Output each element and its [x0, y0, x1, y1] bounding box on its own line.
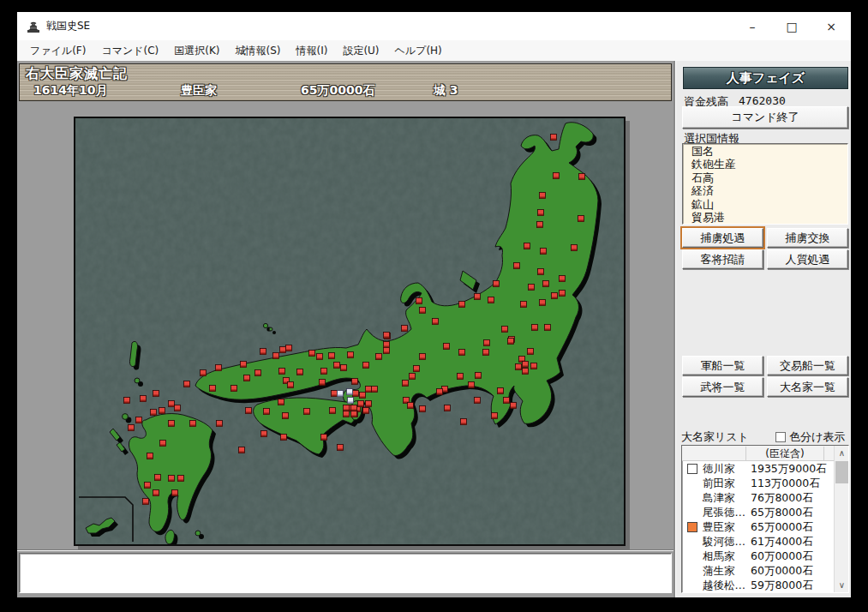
castle-marker[interactable]	[523, 362, 529, 368]
scroll-up-icon[interactable]: ∧	[835, 446, 849, 460]
castle-marker[interactable]	[529, 285, 535, 291]
castle-marker[interactable]	[459, 350, 465, 356]
castle-marker[interactable]	[124, 398, 130, 404]
close-button[interactable]: ×	[811, 12, 851, 40]
castle-marker[interactable]	[363, 363, 369, 369]
castle-marker[interactable]	[264, 409, 270, 415]
castle-marker[interactable]	[402, 326, 408, 332]
castle-marker[interactable]	[141, 396, 147, 402]
castle-marker[interactable]	[273, 353, 279, 359]
castle-marker[interactable]	[175, 405, 181, 411]
castle-marker[interactable]	[147, 453, 153, 459]
daimyo-row[interactable]: 蒲生家60万0000石	[682, 564, 834, 579]
castle-marker[interactable]	[261, 431, 267, 437]
castle-marker[interactable]	[420, 406, 426, 412]
warship-list-button[interactable]: 軍船一覧	[682, 356, 763, 375]
castle-marker[interactable]	[239, 447, 245, 453]
castle-marker[interactable]	[494, 281, 500, 287]
daimyo-row[interactable]: 尾張徳…65万8000石	[682, 506, 834, 520]
castle-marker[interactable]	[344, 405, 350, 411]
castle-marker[interactable]	[169, 401, 175, 407]
castle-marker[interactable]	[366, 401, 372, 407]
castle-marker[interactable]	[537, 222, 543, 228]
daimyo-list-scrollbar[interactable]: ∧ ∨	[834, 446, 848, 592]
castle-marker[interactable]	[461, 419, 467, 425]
castle-marker[interactable]	[341, 365, 347, 371]
castle-marker[interactable]	[420, 354, 426, 360]
castle-marker[interactable]	[216, 365, 222, 371]
castle-marker[interactable]	[384, 333, 390, 339]
castle-marker[interactable]	[320, 380, 326, 386]
japan-map[interactable]	[74, 117, 626, 546]
castle-marker[interactable]	[332, 391, 338, 397]
castle-marker[interactable]	[560, 276, 566, 282]
castle-marker[interactable]	[552, 293, 558, 299]
castle-marker[interactable]	[169, 476, 175, 482]
castle-marker[interactable]	[210, 386, 216, 392]
castle-marker[interactable]	[244, 375, 250, 381]
castle-marker[interactable]	[531, 363, 537, 369]
maximize-button[interactable]: □	[772, 12, 811, 40]
daimyo-row[interactable]: 豊臣家65万0000石	[682, 520, 834, 535]
castle-marker[interactable]	[538, 210, 544, 216]
castle-marker[interactable]	[554, 173, 560, 179]
castle-marker[interactable]	[445, 405, 451, 411]
castle-marker[interactable]	[231, 386, 237, 392]
daimyo-list[interactable]: (臣従含) 徳川家1935万9000石前田家113万0000石島津家76万800…	[681, 445, 849, 593]
castle-marker[interactable]	[304, 409, 310, 415]
castle-marker[interactable]	[492, 413, 498, 419]
player-castle-marker[interactable]	[347, 389, 353, 395]
castle-marker[interactable]	[403, 381, 409, 387]
castle-marker[interactable]	[540, 300, 546, 306]
menu-settings[interactable]: 設定(U)	[335, 41, 386, 61]
castle-marker[interactable]	[217, 421, 223, 427]
castle-marker[interactable]	[344, 411, 350, 417]
castle-marker[interactable]	[297, 369, 303, 375]
castle-marker[interactable]	[514, 263, 520, 269]
castle-marker[interactable]	[475, 398, 481, 404]
castle-marker[interactable]	[159, 408, 165, 414]
castle-marker[interactable]	[329, 353, 335, 359]
end-command-button[interactable]: コマンド終了	[682, 106, 848, 129]
castle-marker[interactable]	[572, 245, 578, 251]
castle-marker[interactable]	[353, 391, 359, 397]
castle-marker[interactable]	[363, 408, 369, 414]
castle-marker[interactable]	[410, 374, 416, 380]
castle-marker[interactable]	[484, 340, 490, 346]
castle-marker[interactable]	[348, 352, 354, 358]
castle-marker[interactable]	[545, 325, 551, 331]
castle-marker[interactable]	[255, 370, 261, 376]
castle-marker[interactable]	[288, 382, 294, 388]
castle-marker[interactable]	[143, 499, 149, 505]
general-list-button[interactable]: 武将一覧	[682, 377, 763, 397]
castle-marker[interactable]	[578, 216, 584, 222]
castle-marker[interactable]	[458, 374, 464, 380]
castle-marker[interactable]	[476, 373, 482, 379]
daimyo-row[interactable]: 島津家76万8000石	[682, 491, 834, 506]
castle-marker[interactable]	[475, 294, 481, 300]
menu-help[interactable]: ヘルプ(H)	[387, 41, 450, 61]
menu-file[interactable]: ファイル(F)	[22, 41, 93, 61]
prisoner-treatment-button[interactable]: 捕虜処遇	[682, 228, 763, 248]
castle-marker[interactable]	[502, 327, 508, 333]
castle-marker[interactable]	[360, 393, 366, 399]
menu-country-select[interactable]: 国選択(K)	[166, 41, 227, 61]
castle-marker[interactable]	[551, 135, 557, 141]
daimyo-overview-button[interactable]: 大名家一覧	[767, 377, 848, 397]
menu-info[interactable]: 情報(I)	[288, 41, 335, 61]
castle-marker[interactable]	[543, 281, 549, 287]
castle-marker[interactable]	[376, 354, 382, 360]
castle-marker[interactable]	[433, 319, 439, 325]
castle-marker[interactable]	[136, 417, 142, 423]
daimyo-row[interactable]: 駿河徳…61万4000石	[682, 535, 834, 549]
castle-marker[interactable]	[523, 369, 529, 375]
castle-marker[interactable]	[420, 308, 426, 314]
castle-marker[interactable]	[459, 302, 465, 308]
castle-marker[interactable]	[278, 399, 284, 405]
castle-marker[interactable]	[172, 490, 178, 496]
castle-marker[interactable]	[524, 243, 530, 249]
castle-marker[interactable]	[246, 408, 252, 414]
castle-marker[interactable]	[279, 369, 285, 375]
castle-marker[interactable]	[321, 369, 327, 375]
castle-marker[interactable]	[283, 413, 289, 419]
